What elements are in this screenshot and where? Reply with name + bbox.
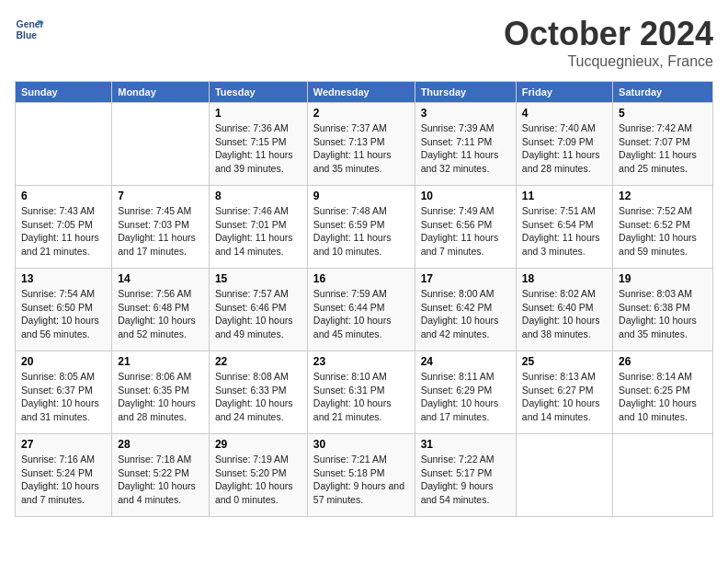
day-number: 22 bbox=[215, 355, 301, 368]
day-number: 24 bbox=[421, 355, 510, 368]
day-info: Sunrise: 8:11 AMSunset: 6:29 PMDaylight:… bbox=[421, 370, 510, 424]
calendar-cell: 2Sunrise: 7:37 AMSunset: 7:13 PMDaylight… bbox=[307, 103, 415, 186]
day-number: 23 bbox=[313, 355, 409, 368]
dow-header: Tuesday bbox=[209, 82, 307, 103]
day-number: 25 bbox=[522, 355, 607, 368]
day-info: Sunrise: 7:40 AMSunset: 7:09 PMDaylight:… bbox=[522, 121, 607, 176]
svg-text:Blue: Blue bbox=[17, 30, 38, 40]
calendar-cell: 3Sunrise: 7:39 AMSunset: 7:11 PMDaylight… bbox=[415, 103, 516, 186]
calendar-cell: 10Sunrise: 7:49 AMSunset: 6:56 PMDayligh… bbox=[415, 186, 516, 269]
day-number: 13 bbox=[21, 272, 106, 285]
day-number: 27 bbox=[21, 438, 106, 451]
day-info: Sunrise: 8:13 AMSunset: 6:27 PMDaylight:… bbox=[522, 370, 607, 424]
dow-header: Monday bbox=[112, 82, 210, 103]
calendar-cell: 4Sunrise: 7:40 AMSunset: 7:09 PMDaylight… bbox=[516, 103, 612, 186]
calendar-cell: 29Sunrise: 7:19 AMSunset: 5:20 PMDayligh… bbox=[209, 434, 307, 517]
calendar-cell: 25Sunrise: 8:13 AMSunset: 6:27 PMDayligh… bbox=[516, 351, 612, 434]
calendar-body: 1Sunrise: 7:36 AMSunset: 7:15 PMDaylight… bbox=[16, 103, 713, 517]
calendar-cell: 23Sunrise: 8:10 AMSunset: 6:31 PMDayligh… bbox=[307, 351, 415, 434]
day-info: Sunrise: 7:22 AMSunset: 5:17 PMDaylight:… bbox=[421, 453, 510, 507]
day-number: 2 bbox=[313, 107, 409, 120]
calendar-cell: 8Sunrise: 7:46 AMSunset: 7:01 PMDaylight… bbox=[209, 186, 307, 269]
calendar-cell bbox=[613, 434, 713, 517]
day-number: 7 bbox=[118, 190, 203, 202]
calendar-cell: 7Sunrise: 7:45 AMSunset: 7:03 PMDaylight… bbox=[112, 186, 210, 269]
day-info: Sunrise: 8:06 AMSunset: 6:35 PMDaylight:… bbox=[118, 370, 203, 424]
dow-header: Friday bbox=[516, 82, 612, 103]
calendar-cell: 27Sunrise: 7:16 AMSunset: 5:24 PMDayligh… bbox=[16, 434, 112, 517]
calendar-cell: 18Sunrise: 8:02 AMSunset: 6:40 PMDayligh… bbox=[516, 269, 612, 351]
dow-header: Thursday bbox=[415, 82, 516, 103]
day-number: 26 bbox=[619, 355, 707, 368]
day-number: 9 bbox=[313, 190, 409, 202]
calendar-cell: 1Sunrise: 7:36 AMSunset: 7:15 PMDaylight… bbox=[209, 103, 307, 186]
day-number: 5 bbox=[619, 107, 707, 120]
calendar-cell: 17Sunrise: 8:00 AMSunset: 6:42 PMDayligh… bbox=[415, 269, 516, 351]
day-number: 1 bbox=[215, 107, 301, 120]
day-info: Sunrise: 7:18 AMSunset: 5:22 PMDaylight:… bbox=[118, 453, 203, 507]
logo-icon: General Blue bbox=[15, 15, 44, 44]
day-info: Sunrise: 8:02 AMSunset: 6:40 PMDaylight:… bbox=[522, 287, 607, 341]
day-info: Sunrise: 7:46 AMSunset: 7:01 PMDaylight:… bbox=[215, 204, 301, 259]
day-info: Sunrise: 7:51 AMSunset: 6:54 PMDaylight:… bbox=[522, 204, 607, 259]
calendar-week-row: 13Sunrise: 7:54 AMSunset: 6:50 PMDayligh… bbox=[16, 269, 713, 351]
calendar-cell: 21Sunrise: 8:06 AMSunset: 6:35 PMDayligh… bbox=[112, 351, 210, 434]
day-info: Sunrise: 7:59 AMSunset: 6:44 PMDaylight:… bbox=[313, 287, 409, 341]
calendar-cell: 15Sunrise: 7:57 AMSunset: 6:46 PMDayligh… bbox=[209, 269, 307, 351]
day-number: 4 bbox=[522, 107, 607, 120]
calendar-cell: 30Sunrise: 7:21 AMSunset: 5:18 PMDayligh… bbox=[307, 434, 415, 517]
day-number: 6 bbox=[21, 190, 106, 202]
calendar-cell: 19Sunrise: 8:03 AMSunset: 6:38 PMDayligh… bbox=[613, 269, 713, 351]
day-number: 10 bbox=[421, 190, 510, 202]
day-info: Sunrise: 7:21 AMSunset: 5:18 PMDaylight:… bbox=[313, 453, 409, 507]
calendar-cell: 9Sunrise: 7:48 AMSunset: 6:59 PMDaylight… bbox=[307, 186, 415, 269]
day-info: Sunrise: 7:49 AMSunset: 6:56 PMDaylight:… bbox=[421, 204, 510, 259]
day-number: 16 bbox=[313, 272, 409, 285]
day-number: 17 bbox=[421, 272, 510, 285]
calendar-cell: 20Sunrise: 8:05 AMSunset: 6:37 PMDayligh… bbox=[16, 351, 112, 434]
day-number: 3 bbox=[421, 107, 510, 120]
calendar-cell bbox=[516, 434, 612, 517]
day-number: 11 bbox=[522, 190, 607, 202]
day-info: Sunrise: 7:57 AMSunset: 6:46 PMDaylight:… bbox=[215, 287, 301, 341]
calendar-cell: 26Sunrise: 8:14 AMSunset: 6:25 PMDayligh… bbox=[613, 351, 713, 434]
day-info: Sunrise: 7:36 AMSunset: 7:15 PMDaylight:… bbox=[215, 121, 301, 176]
day-number: 15 bbox=[215, 272, 301, 285]
day-number: 8 bbox=[215, 190, 301, 202]
day-number: 12 bbox=[619, 190, 707, 202]
location-title: Tucquegnieux, France bbox=[504, 53, 713, 70]
day-info: Sunrise: 7:48 AMSunset: 6:59 PMDaylight:… bbox=[313, 204, 409, 259]
calendar-cell: 28Sunrise: 7:18 AMSunset: 5:22 PMDayligh… bbox=[112, 434, 210, 517]
day-number: 19 bbox=[619, 272, 707, 285]
calendar-cell: 14Sunrise: 7:56 AMSunset: 6:48 PMDayligh… bbox=[112, 269, 210, 351]
day-number: 29 bbox=[215, 438, 301, 451]
calendar-table: SundayMondayTuesdayWednesdayThursdayFrid… bbox=[15, 81, 713, 517]
page-header: General Blue October 2024 Tucquegnieux, … bbox=[15, 15, 713, 70]
calendar-cell: 31Sunrise: 7:22 AMSunset: 5:17 PMDayligh… bbox=[415, 434, 516, 517]
day-info: Sunrise: 8:03 AMSunset: 6:38 PMDaylight:… bbox=[619, 287, 707, 341]
day-info: Sunrise: 8:00 AMSunset: 6:42 PMDaylight:… bbox=[421, 287, 510, 341]
day-number: 30 bbox=[313, 438, 409, 451]
calendar-cell: 11Sunrise: 7:51 AMSunset: 6:54 PMDayligh… bbox=[516, 186, 612, 269]
day-info: Sunrise: 7:45 AMSunset: 7:03 PMDaylight:… bbox=[118, 204, 203, 259]
day-info: Sunrise: 8:10 AMSunset: 6:31 PMDaylight:… bbox=[313, 370, 409, 424]
calendar-cell: 12Sunrise: 7:52 AMSunset: 6:52 PMDayligh… bbox=[613, 186, 713, 269]
day-info: Sunrise: 7:39 AMSunset: 7:11 PMDaylight:… bbox=[421, 121, 510, 176]
day-number: 20 bbox=[21, 355, 106, 368]
calendar-week-row: 27Sunrise: 7:16 AMSunset: 5:24 PMDayligh… bbox=[16, 434, 713, 517]
day-number: 31 bbox=[421, 438, 510, 451]
day-number: 18 bbox=[522, 272, 607, 285]
day-info: Sunrise: 7:56 AMSunset: 6:48 PMDaylight:… bbox=[118, 287, 203, 341]
day-info: Sunrise: 8:05 AMSunset: 6:37 PMDaylight:… bbox=[21, 370, 106, 424]
logo: General Blue bbox=[15, 15, 44, 44]
calendar-cell bbox=[16, 103, 112, 186]
dow-header: Wednesday bbox=[307, 82, 415, 103]
calendar-cell: 6Sunrise: 7:43 AMSunset: 7:05 PMDaylight… bbox=[16, 186, 112, 269]
day-info: Sunrise: 7:37 AMSunset: 7:13 PMDaylight:… bbox=[313, 121, 409, 176]
calendar-cell: 16Sunrise: 7:59 AMSunset: 6:44 PMDayligh… bbox=[307, 269, 415, 351]
dow-header: Sunday bbox=[16, 82, 112, 103]
calendar-cell bbox=[112, 103, 210, 186]
day-info: Sunrise: 7:16 AMSunset: 5:24 PMDaylight:… bbox=[21, 453, 106, 507]
day-info: Sunrise: 7:19 AMSunset: 5:20 PMDaylight:… bbox=[215, 453, 301, 507]
day-number: 21 bbox=[118, 355, 203, 368]
